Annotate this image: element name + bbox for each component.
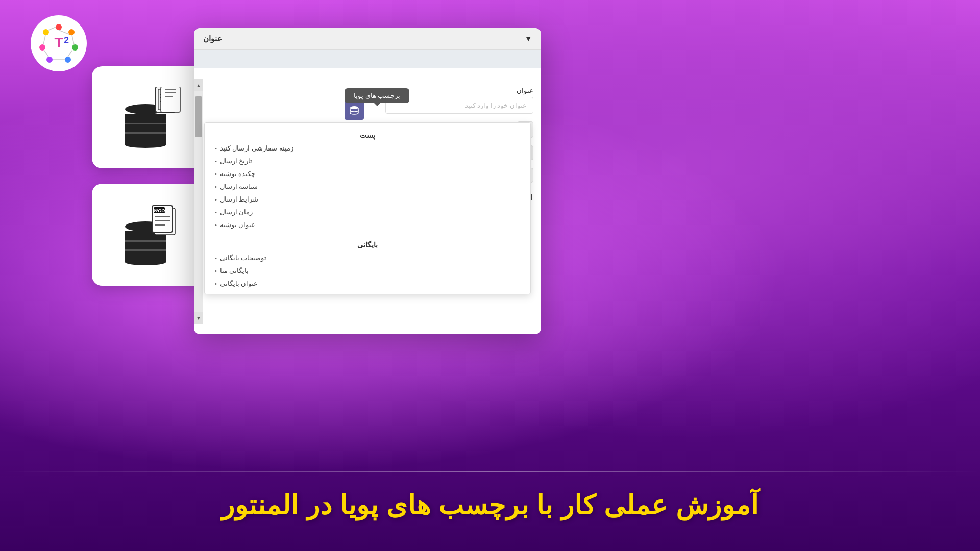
scroll-up[interactable]: ▲ xyxy=(194,79,203,91)
document-icon xyxy=(153,87,181,122)
bullet-10: • xyxy=(215,281,217,287)
bullet-7: • xyxy=(215,222,217,228)
document-svg xyxy=(153,87,181,120)
svg-point-9 xyxy=(43,29,49,35)
menu-item-excerpt[interactable]: چکیده نوشته • xyxy=(205,167,530,180)
svg-rect-22 xyxy=(161,87,180,112)
menu-item-post-title-text: عنوان نوشته xyxy=(220,221,256,229)
dropdown-menu[interactable]: پست زمینه سفارشی ارسال کنید • تاریخ ارسا… xyxy=(204,122,531,294)
woo-document-svg: WOO xyxy=(151,204,181,237)
panel-header-title: عنوان xyxy=(203,34,222,43)
bottom-title: آموزش عملی کار با برچسب های پویا در المن… xyxy=(0,490,980,520)
bullet-6: • xyxy=(215,209,217,215)
icon-card-post xyxy=(92,66,209,168)
icon-cards-container: WOO xyxy=(92,66,209,286)
svg-point-3 xyxy=(56,24,62,30)
menu-item-archive-title[interactable]: عنوان بایگانی • xyxy=(205,277,530,290)
menu-item-custom-field-text: زمینه سفارشی ارسال کنید xyxy=(220,144,293,152)
menu-item-archive-title-text: عنوان بایگانی xyxy=(220,280,258,287)
icon-card-post-inner xyxy=(120,87,181,148)
menu-item-terms-text: شرایط ارسال xyxy=(220,195,259,203)
scroll-down[interactable]: ▼ xyxy=(194,312,203,324)
menu-item-time[interactable]: زمان ارسال • xyxy=(205,206,530,218)
menu-item-post-title[interactable]: عنوان نوشته • xyxy=(205,218,530,231)
menu-item-archive-desc-text: توضیحات بایگانی xyxy=(220,254,267,262)
main-panel: ▼ عنوان ▲ ▼ برچسب های پویا پست زمینه سفا… xyxy=(194,28,541,334)
menu-item-terms[interactable]: شرایط ارسال • xyxy=(205,193,530,206)
menu-section-post: پست xyxy=(205,127,530,142)
menu-item-time-text: زمان ارسال xyxy=(220,208,253,216)
menu-section-archive: بایگانی xyxy=(205,237,530,252)
scroll-thumb[interactable] xyxy=(195,96,202,137)
menu-item-excerpt-text: چکیده نوشته xyxy=(220,170,256,178)
bullet-3: • xyxy=(215,171,217,177)
menu-item-post-id-text: شناسه ارسال xyxy=(220,183,258,190)
menu-divider xyxy=(205,234,530,234)
db-list-icon xyxy=(349,105,359,115)
svg-text:2: 2 xyxy=(64,35,69,45)
menu-item-archive-meta[interactable]: بایگانی متا • xyxy=(205,264,530,277)
bullet-4: • xyxy=(215,184,217,190)
svg-text:T: T xyxy=(54,35,63,51)
svg-text:WOO: WOO xyxy=(154,208,165,213)
bullet-9: • xyxy=(215,268,217,274)
panel-header[interactable]: ▼ عنوان xyxy=(194,28,541,50)
scroll-track[interactable] xyxy=(194,91,203,312)
tooltip-dynamic-tags: برچسب های پویا xyxy=(345,88,409,103)
logo-svg: T 2 xyxy=(33,18,84,69)
bullet-8: • xyxy=(215,255,217,261)
logo: T 2 xyxy=(31,15,87,71)
woo-document-icon: WOO xyxy=(151,204,181,239)
logo-circle: T 2 xyxy=(31,15,87,71)
svg-point-7 xyxy=(46,57,53,63)
icon-card-woo: WOO xyxy=(92,184,209,286)
menu-item-custom-field[interactable]: زمینه سفارشی ارسال کنید • xyxy=(205,142,530,155)
db-bottom xyxy=(125,142,166,148)
icon-card-woo-inner: WOO xyxy=(120,204,181,265)
menu-item-date-text: تاریخ ارسال xyxy=(220,157,253,165)
bullet-5: • xyxy=(215,196,217,203)
svg-point-33 xyxy=(350,106,358,109)
db-list-button[interactable] xyxy=(345,101,364,120)
panel-header-arrow[interactable]: ▼ xyxy=(525,35,532,43)
panel-scrollbar[interactable]: ▲ ▼ xyxy=(194,79,203,324)
menu-item-archive-meta-text: بایگانی متا xyxy=(220,267,249,274)
panel-top-bar xyxy=(194,50,541,68)
svg-point-8 xyxy=(39,44,45,51)
bullet-2: • xyxy=(215,158,217,164)
menu-item-archive-desc[interactable]: توضیحات بایگانی • xyxy=(205,252,530,264)
separator-line xyxy=(0,471,980,472)
menu-item-post-id[interactable]: شناسه ارسال • xyxy=(205,180,530,193)
svg-point-5 xyxy=(72,44,78,51)
menu-item-date[interactable]: تاریخ ارسال • xyxy=(205,155,530,167)
svg-point-6 xyxy=(65,57,71,63)
bullet-1: • xyxy=(215,145,217,152)
svg-point-4 xyxy=(68,29,75,35)
db-bottom-2 xyxy=(125,259,166,265)
